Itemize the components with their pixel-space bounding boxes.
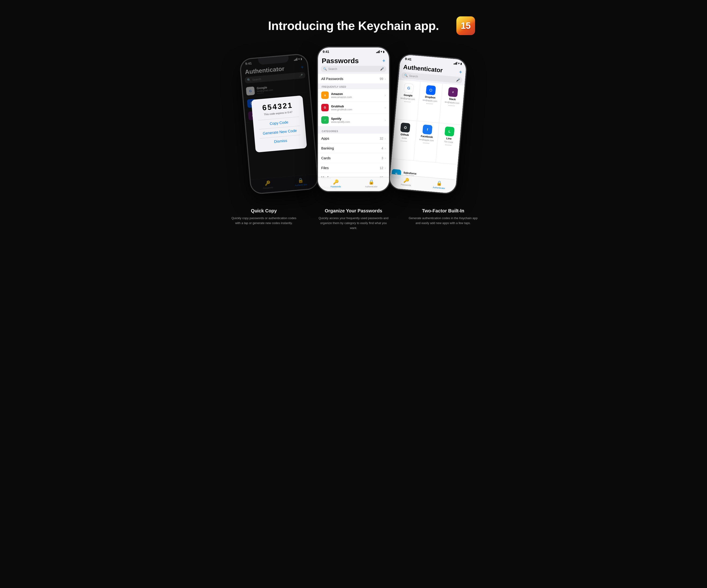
chevron-icon: › xyxy=(384,146,386,150)
categories-header: CATEGORIES xyxy=(318,128,389,134)
mic-icon: 🎤 xyxy=(456,78,460,82)
all-passwords-count: 99 xyxy=(380,77,383,81)
phone1-content: 9:41 ▾ ▮ xyxy=(240,54,318,194)
page-wrapper: Introducing the Keychain app. 15 9:41 xyxy=(213,0,494,244)
search-icon: 🔍 xyxy=(404,73,408,77)
files-category-row[interactable]: Files 12 › xyxy=(318,163,389,173)
dropbox-icon: ⬡ xyxy=(426,85,436,95)
tab-passwords[interactable]: 🔑 Passwords xyxy=(329,179,343,188)
chevron-icon: › xyxy=(384,156,386,160)
chevron-icon: › xyxy=(384,77,386,81)
ios15-badge: 15 xyxy=(457,17,475,35)
phone2-add-button[interactable]: + xyxy=(382,58,385,64)
list-item[interactable]: # Slack tim@apple.com •••••• xyxy=(439,84,465,125)
feature-two-factor: Two-Factor Built-In Generate authenticat… xyxy=(408,208,478,230)
feature-title-2: Organize Your Passwords xyxy=(318,208,389,214)
banking-category-row[interactable]: Banking 4 › xyxy=(318,143,389,153)
list-item[interactable]: ⌬ Github tcook •••••• xyxy=(392,119,417,160)
phones-section: 9:41 ▾ ▮ xyxy=(218,47,489,192)
features-section: Quick Copy Quickly copy passwords or aut… xyxy=(218,208,489,230)
phone1-frame: 9:41 ▾ ▮ xyxy=(239,53,319,194)
page-title: Introducing the Keychain app. xyxy=(218,19,489,33)
signal-icon xyxy=(453,62,457,65)
phone2-search[interactable]: 🔍 Search 🎤 xyxy=(321,66,386,72)
feature-desc-2: Quickly access your frequently used pass… xyxy=(318,216,389,230)
facebook-icon: f xyxy=(422,124,432,134)
auth-tab-icon: 🔒 xyxy=(368,179,374,185)
list-item[interactable]: f Facebook tim@apple.com •••••• xyxy=(413,121,439,162)
amazon-icon: a xyxy=(321,92,329,99)
grubhub-row[interactable]: G Grubhub www.grubhub.com › xyxy=(318,101,389,114)
feature-organize: Organize Your Passwords Quickly access y… xyxy=(318,208,389,230)
phone3-add-button[interactable]: + xyxy=(459,69,462,75)
chevron-icon: › xyxy=(384,93,386,97)
phone3-screen: 9:41 ▾ ▮ xyxy=(389,54,467,194)
phone2-header: Passwords + xyxy=(318,55,389,66)
google-icon: G xyxy=(404,83,414,93)
code-popup-overlay: 654321 This code expires in 0:47 Copy Co… xyxy=(240,54,318,194)
passwords-tab-icon: 🔑 xyxy=(403,177,409,183)
all-passwords-row[interactable]: All Passwords 99 › xyxy=(318,74,389,84)
phone1-screen: 9:41 ▾ ▮ xyxy=(240,54,318,194)
phone2-content: 9:41 ▾ ▮ xyxy=(318,47,389,191)
grubhub-icon: G xyxy=(321,104,329,111)
tab-passwords[interactable]: 🔑 Passwords xyxy=(399,177,413,187)
frequently-used-section: FREQUENTLY USED a Amazon www.amazon.com … xyxy=(318,84,389,126)
chevron-icon: › xyxy=(384,106,386,109)
line-icon: L xyxy=(444,127,454,137)
passwords-tab-icon: 🔑 xyxy=(333,179,339,185)
chevron-icon: › xyxy=(384,137,386,140)
wifi-icon: ▾ xyxy=(381,50,382,53)
battery-icon: ▮ xyxy=(460,62,462,65)
phone2-frame: 9:41 ▾ ▮ xyxy=(317,47,390,192)
tab-authenticator[interactable]: 🔒 Authenticator xyxy=(364,179,378,188)
github-icon: ⌬ xyxy=(400,123,410,133)
amazon-row[interactable]: a Amazon www.amazon.com › xyxy=(318,89,389,101)
feature-quick-copy: Quick Copy Quickly copy passwords or aut… xyxy=(229,208,299,230)
spotify-icon: ♪ xyxy=(321,116,329,124)
frequently-used-header: FREQUENTLY USED xyxy=(318,84,389,89)
mic-icon: 🎤 xyxy=(380,67,384,71)
list-item[interactable]: G Google tim@gmail.com •••••• xyxy=(395,80,420,121)
cards-category-row[interactable]: Cards 3 › xyxy=(318,153,389,163)
tab-authenticator[interactable]: 🔒 Authenticator xyxy=(432,180,446,190)
chevron-icon: › xyxy=(384,118,386,122)
phone2-tab-bar: 🔑 Passwords 🔒 Authenticator xyxy=(318,177,389,191)
phone3-time: 9:41 xyxy=(405,57,411,61)
spotify-row[interactable]: ♪ Spotify www.spotify.com › xyxy=(318,114,389,126)
phone3-frame: 9:41 ▾ ▮ xyxy=(388,53,468,194)
feature-title-3: Two-Factor Built-In xyxy=(408,208,478,214)
chevron-icon: › xyxy=(384,166,386,170)
search-icon: 🔍 xyxy=(323,67,327,71)
feature-title-1: Quick Copy xyxy=(229,208,299,214)
phone3-content: 9:41 ▾ ▮ xyxy=(389,54,467,194)
list-item[interactable]: L Line Tim Cook •••••• xyxy=(436,123,461,164)
slack-icon: # xyxy=(448,87,458,97)
all-passwords-label: All Passwords xyxy=(321,77,380,81)
feature-desc-1: Quickly copy passwords or authentication… xyxy=(229,216,299,226)
apps-category-row[interactable]: Apps 32 › xyxy=(318,134,389,143)
signal-icon xyxy=(376,50,380,53)
code-popup: 654321 This code expires in 0:47 Copy Co… xyxy=(251,95,307,153)
list-item[interactable]: ⬡ Dropbox tim@apple.com •••••• xyxy=(417,82,442,123)
phone2-screen: 9:41 ▾ ▮ xyxy=(318,47,389,191)
phone2-time: 9:41 xyxy=(323,50,329,54)
feature-desc-3: Generate authentication codes in the Key… xyxy=(408,216,478,226)
header: Introducing the Keychain app. 15 xyxy=(218,9,489,47)
battery-icon: ▮ xyxy=(383,50,384,53)
wifi-icon: ▾ xyxy=(458,62,460,65)
notch xyxy=(338,47,369,54)
auth-tab-icon: 🔒 xyxy=(436,180,443,186)
phone2-title: Passwords xyxy=(322,57,359,65)
